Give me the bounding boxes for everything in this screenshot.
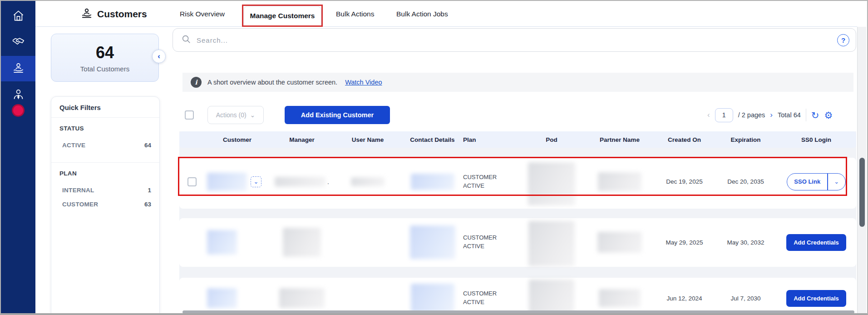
plan-cell: CUSTOMERACTIVE [463, 290, 497, 307]
col-contact-details[interactable]: Contact Details [402, 136, 463, 143]
tab-manage-customers[interactable]: Manage Customers [243, 6, 321, 25]
redacted-pod [528, 162, 575, 205]
table-row[interactable]: CUSTOMERACTIVE May 29, 2025 May 30, 2032… [179, 218, 856, 267]
expiration-cell: Jul 7, 2030 [730, 295, 760, 302]
next-page-icon[interactable]: › [770, 110, 773, 120]
expiration-cell: May 30, 2032 [727, 239, 764, 246]
nav-home[interactable] [1, 4, 35, 29]
redacted-contact-details [410, 225, 455, 259]
chevron-left-icon: ‹ [158, 52, 160, 61]
row-checkbox[interactable] [187, 177, 197, 186]
total-label: Total 64 [778, 111, 801, 119]
collapse-panel-button[interactable]: ‹ [152, 50, 166, 63]
status-heading: STATUS [59, 125, 151, 132]
search-input[interactable] [197, 36, 832, 44]
col-plan[interactable]: Plan [463, 136, 518, 143]
redacted-contact-details [411, 284, 454, 313]
add-existing-customer-button[interactable]: Add Existing Customer [285, 106, 390, 124]
watch-video-link[interactable]: Watch Video [345, 79, 382, 86]
customers-title-icon [81, 7, 93, 21]
filter-count: 64 [144, 142, 151, 149]
col-sso-login[interactable]: SS0 Login [776, 136, 856, 143]
tab-bulk-action-jobs[interactable]: Bulk Action Jobs [396, 1, 448, 27]
left-nav-rail [1, 1, 35, 313]
redacted-manager [283, 228, 321, 257]
redacted-partner-name [598, 172, 641, 191]
filter-count: 63 [144, 201, 151, 208]
actions-dropdown[interactable]: Actions (0) ⌄ [207, 106, 264, 124]
plan-heading: PLAN [59, 170, 151, 177]
redacted-pod [529, 280, 574, 315]
current-page-input[interactable]: 1 [715, 108, 733, 122]
col-expiration[interactable]: Expiration [715, 136, 776, 143]
redacted-manager [279, 288, 325, 308]
redacted-partner-name [597, 232, 642, 253]
redacted-manager [275, 177, 326, 187]
actions-label: Actions (0) [216, 111, 247, 119]
vertical-scrollbar[interactable] [857, 27, 866, 314]
status-filter-section: STATUS ACTIVE 64 [51, 118, 159, 162]
total-customers-count: 64 [96, 43, 114, 62]
search-icon [181, 34, 191, 46]
chevron-down-icon: ⌄ [254, 178, 259, 185]
nav-partners[interactable] [1, 30, 35, 55]
col-created-on[interactable]: Created On [654, 136, 715, 143]
col-user-name[interactable]: User Name [334, 136, 402, 143]
customers-admin-screen: Customers Risk Overview Manage Customers… [0, 0, 868, 315]
filter-plan-customer[interactable]: CUSTOMER 63 [59, 199, 151, 210]
table-header-row: Customer Manager User Name Contact Detai… [179, 131, 856, 148]
total-customers-label: Total Customers [80, 65, 129, 73]
recording-status-dot [12, 104, 25, 117]
prev-page-icon[interactable]: ‹ [707, 110, 710, 120]
chevron-down-icon[interactable]: ⌄ [828, 174, 845, 190]
table-row[interactable]: ⌄ . CUSTOMERACTIVE Dec 19, 2025 Dec 20, … [179, 158, 856, 209]
redacted-pod [528, 221, 575, 266]
redacted-customer-name [207, 230, 237, 255]
created-on-cell: Jun 12, 2024 [666, 295, 702, 302]
filter-label: CUSTOMER [62, 201, 98, 208]
add-credentials-button[interactable]: Add Credentials [786, 290, 846, 307]
plan-cell: CUSTOMERACTIVE [463, 234, 497, 251]
filter-label: INTERNAL [62, 187, 94, 194]
tab-bulk-actions[interactable]: Bulk Actions [336, 1, 374, 27]
quick-filters-panel: Quick Filters STATUS ACTIVE 64 PLAN INTE… [51, 96, 160, 314]
table-row[interactable]: CUSTOMERACTIVE Jun 12, 2024 Jul 7, 2030 … [179, 278, 856, 315]
col-customer[interactable]: Customer [204, 136, 270, 143]
filter-label: ACTIVE [62, 142, 85, 149]
settings-gear-icon[interactable]: ⚙ [824, 110, 833, 120]
refresh-icon[interactable]: ↻ [811, 110, 819, 120]
topbar: Customers Risk Overview Manage Customers… [35, 1, 857, 27]
sso-link-split-button[interactable]: SSO Link ⌄ [787, 173, 845, 190]
divider [806, 109, 806, 121]
home-icon [12, 10, 25, 24]
col-partner-name[interactable]: Partner Name [586, 136, 654, 143]
expand-row-button[interactable]: ⌄ [251, 176, 261, 187]
redacted-user-name [351, 177, 385, 186]
tab-risk-overview[interactable]: Risk Overview [180, 1, 225, 27]
nav-customers[interactable] [1, 56, 35, 81]
redacted-partner-name [599, 289, 641, 307]
redacted-customer-name [207, 173, 247, 191]
sso-link-label[interactable]: SSO Link [787, 174, 827, 190]
annotation-box-active-tab: Manage Customers [242, 5, 323, 27]
filter-plan-internal[interactable]: INTERNAL 1 [59, 185, 151, 195]
quick-filters-title: Quick Filters [51, 97, 159, 118]
vertical-scrollbar-thumb[interactable] [859, 158, 865, 227]
pages-label: / 2 pages [738, 111, 765, 119]
created-on-cell: Dec 19, 2025 [666, 178, 702, 185]
col-pod[interactable]: Pod [518, 136, 586, 143]
add-credentials-button[interactable]: Add Credentials [786, 234, 846, 251]
banner-text: A short overview about the customer scre… [207, 79, 337, 86]
manager-text-fragment: . [327, 178, 329, 185]
horizontal-scrollbar[interactable] [182, 310, 854, 314]
col-manager[interactable]: Manager [270, 136, 334, 143]
total-customers-card: 64 Total Customers [51, 34, 159, 82]
redacted-contact-details [411, 174, 454, 190]
plan-filter-section: PLAN INTERNAL 1 CUSTOMER 63 [51, 162, 159, 221]
help-icon[interactable]: ? [837, 34, 849, 46]
select-all-checkbox[interactable] [185, 110, 194, 120]
filter-count: 1 [148, 187, 151, 194]
user-icon [12, 88, 25, 102]
page-title: Customers [97, 9, 147, 20]
filter-status-active[interactable]: ACTIVE 64 [59, 140, 151, 150]
